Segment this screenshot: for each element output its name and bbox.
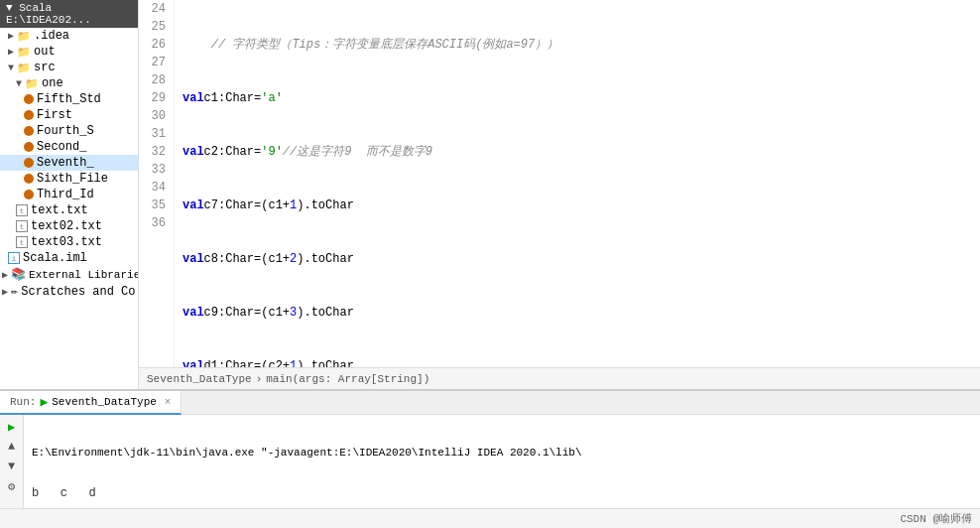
code-container[interactable]: 24 25 26 27 28 29 30 31 32 33 34 35 36 /… <box>139 0 980 367</box>
code-line-25: val c1:Char='a' <box>183 89 972 107</box>
code-editor[interactable]: // 字符类型（Tips：字符变量底层保存ASCII码(例如a=97）） val… <box>175 0 980 367</box>
sidebar-item-label: External Libraries <box>29 269 138 281</box>
sidebar-item-label: out <box>34 45 56 59</box>
output-line-1: b c d <box>32 486 972 500</box>
bottom-tabs: Run: ▶ Seventh_DataType × <box>0 391 980 415</box>
sidebar-item-third[interactable]: Third_Id <box>0 187 138 202</box>
chevron-right-icon: ▶ <box>8 30 14 42</box>
sidebar-item-label: Fourth_S <box>37 124 94 138</box>
code-line-29: val c9:Char=(c1+3).toChar <box>183 304 972 322</box>
run-label: Run: <box>10 396 36 408</box>
sidebar-item-scala-iml[interactable]: i Scala.iml <box>0 250 138 266</box>
sidebar-item-text[interactable]: t text.txt <box>0 202 138 218</box>
scala-file-icon <box>24 158 34 168</box>
sidebar-item-label: Scratches and Co <box>21 285 135 299</box>
chevron-right-icon: ▶ <box>8 46 14 58</box>
sidebar: ▼ Scala E:\IDEA202... ▶ 📁 .idea ▶ 📁 out … <box>0 0 139 389</box>
bottom-output: E:\Environment\jdk-11\bin\java.exe "-jav… <box>24 415 980 508</box>
sidebar-item-scratches[interactable]: ▶ ✏️ Scratches and Co <box>0 283 138 300</box>
status-bar: CSDN @喻师傅 <box>0 508 980 528</box>
scala-file-icon <box>24 110 34 120</box>
sidebar-item-label: text03.txt <box>31 235 102 249</box>
scala-file-icon <box>24 142 34 152</box>
code-line-30: val d1:Char=(c2+1).toChar <box>183 357 972 367</box>
sidebar-item-label: Second_ <box>37 140 86 154</box>
sidebar-item-label: .idea <box>34 29 69 43</box>
text-file-icon: t <box>16 204 28 216</box>
bottom-content: ▶ ▲ ▼ ⚙ E:\Environment\jdk-11\bin\java.e… <box>0 415 980 508</box>
sidebar-item-fourth[interactable]: Fourth_S <box>0 123 138 139</box>
sidebar-item-one[interactable]: ▼ 📁 one <box>0 75 138 91</box>
scroll-up-button[interactable]: ▲ <box>4 439 20 455</box>
bottom-panel: Run: ▶ Seventh_DataType × ▶ ▲ ▼ ⚙ E:\Env… <box>0 389 980 508</box>
sidebar-item-idea[interactable]: ▶ 📁 .idea <box>0 28 138 44</box>
run-icon: ▶ <box>40 394 48 410</box>
settings-button[interactable]: ⚙ <box>4 478 20 494</box>
sidebar-item-label: First <box>37 108 72 122</box>
chevron-right-icon: ▶ <box>2 269 8 281</box>
sidebar-item-seventh[interactable]: Seventh_ <box>0 155 138 171</box>
breadcrumb-sep: › <box>256 373 263 385</box>
status-text: CSDN @喻师傅 <box>900 511 972 526</box>
scala-file-icon <box>24 190 34 199</box>
folder-icon: 📁 <box>17 46 31 59</box>
sidebar-item-label: text02.txt <box>31 219 102 233</box>
breadcrumb-file: Seventh_DataType <box>147 373 252 385</box>
sidebar-item-label: Fifth_Std <box>37 92 101 106</box>
sidebar-item-second[interactable]: Second_ <box>0 139 138 155</box>
play-button[interactable]: ▶ <box>4 419 20 435</box>
sidebar-item-first[interactable]: First <box>0 107 138 123</box>
scala-file-icon <box>24 94 34 104</box>
folder-icon: 📁 <box>17 30 31 43</box>
scratch-icon: ✏️ <box>11 284 18 299</box>
sidebar-title: ▼ Scala E:\IDEA202... <box>6 2 132 26</box>
command-line: E:\Environment\jdk-11\bin\java.exe "-jav… <box>32 447 972 459</box>
sidebar-item-out[interactable]: ▶ 📁 out <box>0 44 138 60</box>
sidebar-item-fifth[interactable]: Fifth_Std <box>0 91 138 107</box>
chevron-down-icon: ▼ <box>8 63 14 73</box>
code-line-28: val c8:Char=(c1+2).toChar <box>183 250 972 268</box>
sidebar-item-label: Third_Id <box>37 188 94 201</box>
sidebar-item-sixth[interactable]: Sixth_File <box>0 171 138 187</box>
sidebar-item-label: text.txt <box>31 203 88 217</box>
sidebar-item-external[interactable]: ▶ 📚 External Libraries <box>0 266 138 283</box>
text-file-icon: t <box>16 220 28 232</box>
breadcrumb-method: main(args: Array[String]) <box>266 373 429 385</box>
iml-file-icon: i <box>8 252 20 264</box>
tab-label: Seventh_DataType <box>52 396 157 408</box>
editor-area: 24 25 26 27 28 29 30 31 32 33 34 35 36 /… <box>139 0 980 389</box>
sidebar-item-text02[interactable]: t text02.txt <box>0 218 138 234</box>
scala-file-icon <box>24 174 34 184</box>
line-numbers: 24 25 26 27 28 29 30 31 32 33 34 35 36 <box>139 0 175 367</box>
sidebar-item-label: Scala.iml <box>23 251 87 265</box>
sidebar-item-label: one <box>42 76 63 90</box>
text-file-icon: t <box>16 236 28 248</box>
run-tab[interactable]: Run: ▶ Seventh_DataType × <box>0 391 182 415</box>
close-tab-button[interactable]: × <box>165 396 172 408</box>
chevron-right-icon: ▶ <box>2 286 8 298</box>
breadcrumb: Seventh_DataType › main(args: Array[Stri… <box>139 367 980 389</box>
folder-icon: 📁 <box>25 77 39 90</box>
scala-file-icon <box>24 126 34 136</box>
sidebar-item-label: Sixth_File <box>37 172 108 186</box>
chevron-down-icon: ▼ <box>16 78 22 89</box>
sidebar-item-text03[interactable]: t text03.txt <box>0 234 138 250</box>
sidebar-item-src[interactable]: ▼ 📁 src <box>0 60 138 75</box>
folder-icon: 📁 <box>17 62 31 74</box>
lib-icon: 📚 <box>11 267 26 282</box>
code-line-27: val c7:Char=(c1+1).toChar <box>183 197 972 214</box>
code-line-24: // 字符类型（Tips：字符变量底层保存ASCII码(例如a=97）） <box>183 36 972 54</box>
code-line-26: val c2:Char='9'//这是字符9 而不是数字9 <box>183 143 972 161</box>
scroll-down-button[interactable]: ▼ <box>4 459 20 474</box>
sidebar-header: ▼ Scala E:\IDEA202... <box>0 0 138 28</box>
sidebar-item-label: Seventh_ <box>37 156 94 170</box>
main-area: ▼ Scala E:\IDEA202... ▶ 📁 .idea ▶ 📁 out … <box>0 0 980 389</box>
bottom-controls: ▶ ▲ ▼ ⚙ <box>0 415 24 508</box>
sidebar-item-label: src <box>34 61 56 74</box>
